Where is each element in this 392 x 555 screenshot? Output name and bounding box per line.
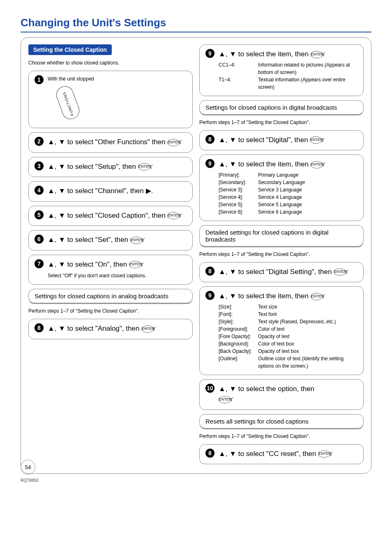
item-value: Text size <box>258 303 277 311</box>
item-key: [Secondary]: <box>219 179 258 186</box>
step-6: 6 ▲, ▼ to select "Set", then ENTER⤹ <box>28 230 193 251</box>
content-frame: Setting the Closed Caption Choose whethe… <box>21 37 371 474</box>
item-value: Text font <box>258 311 277 318</box>
item-value: Primary Language <box>258 171 298 179</box>
list-item: [Service 4]:Service 4 Language <box>219 193 357 201</box>
list-item: [Back Opacity]:Opacity of text box <box>219 348 357 355</box>
step-2: 2 ▲, ▼ to select "Other Functions" then … <box>28 132 193 153</box>
cursor-icon: ⤹ <box>176 211 185 221</box>
item-key: [Fore Opacity]: <box>219 333 258 340</box>
cursor-icon: ⤹ <box>228 394 236 404</box>
functions-button-icon: FUNCTIONS <box>54 84 82 121</box>
left-column: Setting the Closed Caption Choose whethe… <box>28 44 193 464</box>
list-item: [Size]:Text size <box>219 303 357 311</box>
item-value: Service 6 Language <box>258 208 302 216</box>
item-key: [Size]: <box>219 303 258 311</box>
cc14-key: CC1–4: <box>219 61 258 76</box>
detailed-note: Perform steps 1–7 of "Setting the Closed… <box>199 251 364 258</box>
step-number-5: 5 <box>35 210 44 219</box>
step-7-note: Select "Off" if you don't want closed ca… <box>48 272 187 279</box>
cursor-icon: ⤹ <box>147 162 155 172</box>
step-9-cc: 9 ▲, ▼ to select the item, then ENTER⤹ C… <box>199 44 364 96</box>
cursor-icon: ⤹ <box>319 49 328 59</box>
item-key: [Back Opacity]: <box>219 348 258 355</box>
step-number-9: 9 <box>205 291 214 300</box>
item-value: Service 5 Language <box>258 201 302 208</box>
list-item: [Secondary]:Secondary Language <box>219 179 357 186</box>
list-item: [Service 6]:Service 6 Language <box>219 208 357 216</box>
list-item: [Font]:Text font <box>219 311 357 318</box>
item-key: [Service 6]: <box>219 208 258 216</box>
functions-label: FUNCTIONS <box>62 91 74 116</box>
step-5: 5 ▲, ▼ to select "Closed Caption", then … <box>28 206 193 226</box>
item-key: [Service 5]: <box>219 201 258 208</box>
item-value: Service 4 Language <box>258 193 302 201</box>
analog-header: Settings for closed captions in analog b… <box>28 289 193 303</box>
t14-val: Textual information (Appears over entire… <box>258 76 357 91</box>
item-key: [Service 4]: <box>219 193 258 201</box>
list-item: [Outline]:Outline color of text (Identif… <box>219 355 357 370</box>
page-number: 54 <box>21 460 35 474</box>
item-key: [Outline]: <box>219 355 258 370</box>
step-8-digital-text: ▲, ▼ to select "Digital", then <box>219 136 308 144</box>
language-list: [Primary]:Primary Language[Secondary]:Se… <box>219 171 357 216</box>
intro-text: Choose whether to show closed captions. <box>28 59 193 67</box>
step-2-text: ▲, ▼ to select "Other Functions" then <box>48 138 166 146</box>
step-number-8: 8 <box>205 135 214 144</box>
digital-note: Perform steps 1–7 of "Setting the Closed… <box>199 119 364 126</box>
step-number-2: 2 <box>35 137 44 146</box>
item-value: Opacity of text box <box>258 348 299 355</box>
step-5-text: ▲, ▼ to select "Closed Caption", then <box>48 212 166 219</box>
item-key: [Font]: <box>219 311 258 318</box>
step-3: 3 ▲, ▼ to select "Setup", then ENTER⤹ <box>28 157 193 177</box>
step-4-text: ▲, ▼ to select "Channel", then ▶. <box>48 187 153 195</box>
step-number-8: 8 <box>35 323 44 332</box>
step-9-digital: 9 ▲, ▼ to select the item, then ENTER⤹ [… <box>199 154 364 221</box>
section-header: Setting the Closed Caption <box>28 44 112 55</box>
list-item: [Primary]:Primary Language <box>219 171 357 179</box>
step-1: 1 With the unit stopped FUNCTIONS <box>28 71 193 128</box>
item-value: Color of text box <box>258 340 294 348</box>
item-value: Text style (Raised, Depressed, etc.) <box>258 318 336 325</box>
cc14-val: Information related to pictures (Appears… <box>258 61 357 76</box>
step-number-8: 8 <box>205 267 214 276</box>
cursor-icon: ⤹ <box>319 159 328 169</box>
cursor-icon: ⤹ <box>139 235 148 245</box>
step-8-analog: 8 ▲, ▼ to select "Analog", then ENTER⤹ <box>28 319 193 339</box>
step-8-digital: 8 ▲, ▼ to select "Digital", then ENTER⤹ <box>199 130 364 151</box>
list-item: [Foreground]:Color of text <box>219 325 357 333</box>
step-9-ds-text: ▲, ▼ to select the item, then <box>219 292 309 300</box>
step-8-digital-setting: 8 ▲, ▼ to select "Digital Setting", then… <box>199 262 364 283</box>
step-7-text: ▲, ▼ to select "On", then <box>48 260 127 268</box>
right-column: 9 ▲, ▼ to select the item, then ENTER⤹ C… <box>199 44 364 464</box>
model-number: RQT8853 <box>21 478 38 483</box>
step-10-text: ▲, ▼ to select the option, then <box>219 385 314 393</box>
item-value: Outline color of text (Identify the sett… <box>258 355 357 370</box>
step-number-8: 8 <box>205 449 214 458</box>
cursor-icon: ⤹ <box>343 267 351 277</box>
reset-header: Resets all settings for closed captions <box>199 414 364 428</box>
step-1-label: With the unit stopped <box>48 75 187 83</box>
step-8-ds-text: ▲, ▼ to select "Digital Setting", then <box>219 268 332 276</box>
analog-note: Perform steps 1–7 of "Setting the Closed… <box>28 307 193 315</box>
item-value: Opacity of text <box>258 333 290 340</box>
step-6-text: ▲, ▼ to select "Set", then <box>48 236 128 244</box>
item-key: [Foreground]: <box>219 325 258 333</box>
step-number-4: 4 <box>35 186 44 195</box>
item-value: Secondary Language <box>258 179 305 186</box>
cursor-icon: ⤹ <box>319 135 327 145</box>
step-8-analog-text: ▲, ▼ to select "Analog", then <box>48 325 139 332</box>
step-number-6: 6 <box>35 235 44 244</box>
step-number-9: 9 <box>205 49 214 58</box>
item-key: [Background]: <box>219 340 258 348</box>
step-9-digital-setting: 9 ▲, ▼ to select the item, then ENTER⤹ [… <box>199 286 364 375</box>
setting-list: [Size]:Text size[Font]:Text font[Style]:… <box>219 303 357 370</box>
list-item: [Background]:Color of text box <box>219 340 357 348</box>
cursor-icon: ⤹ <box>319 291 328 301</box>
item-key: [Primary]: <box>219 171 258 179</box>
page-title: Changing the Unit's Settings <box>21 16 371 29</box>
list-item: [Service 5]:Service 5 Language <box>219 201 357 208</box>
step-number-9: 9 <box>205 159 214 168</box>
step-7: 7 ▲, ▼ to select "On", then ENTER⤹ Selec… <box>28 255 193 285</box>
cursor-icon: ⤹ <box>327 449 336 459</box>
